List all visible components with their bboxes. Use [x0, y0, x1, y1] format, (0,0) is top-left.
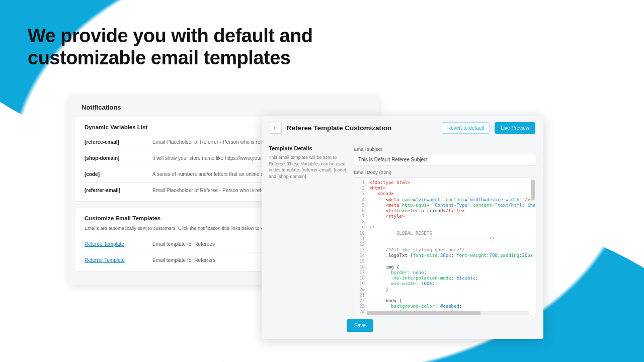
template-details: Template Details This email template wil…: [269, 145, 347, 315]
variable-key: [code]: [85, 171, 152, 177]
panel-header: ← Referee Template Customization Revert …: [262, 116, 543, 140]
variable-key: [shop-domain]: [85, 155, 152, 161]
body-label: Email Body (html): [354, 169, 536, 175]
template-link[interactable]: Referrer Template: [85, 257, 152, 263]
template-customization-panel: ← Referee Template Customization Revert …: [262, 116, 543, 339]
panel-title: Notifications: [69, 96, 379, 117]
details-text: This email template will be sent to Refe…: [269, 154, 347, 179]
code-lines[interactable]: <!doctype html><html> <head> <meta name=…: [369, 179, 529, 315]
variable-key: [referee-email]: [85, 139, 152, 145]
back-button[interactable]: ←: [270, 122, 282, 134]
email-subject-input[interactable]: [354, 154, 536, 165]
details-title: Template Details: [269, 145, 347, 151]
variable-key: [referrer-email]: [85, 188, 152, 193]
live-preview-button[interactable]: Live Preview: [495, 122, 535, 134]
save-button[interactable]: Save: [347, 319, 373, 332]
scrollbar-horizontal[interactable]: [367, 311, 529, 315]
revert-button[interactable]: Revert to default: [442, 122, 490, 134]
scrollbar-thumb-vertical[interactable]: [531, 179, 535, 201]
scrollbar-thumb-horizontal[interactable]: [367, 311, 480, 315]
subject-label: Email subject: [354, 146, 536, 152]
arrow-left-icon: ←: [272, 124, 279, 132]
headline: We provide you with default and customiz…: [28, 25, 430, 69]
email-body-editor[interactable]: 123456789101112131415161718192021222324 …: [354, 177, 536, 315]
template-link[interactable]: Referee Template: [85, 241, 152, 247]
panel-header-title: Referee Template Customization: [287, 124, 437, 132]
code-gutter: 123456789101112131415161718192021222324: [354, 177, 367, 315]
